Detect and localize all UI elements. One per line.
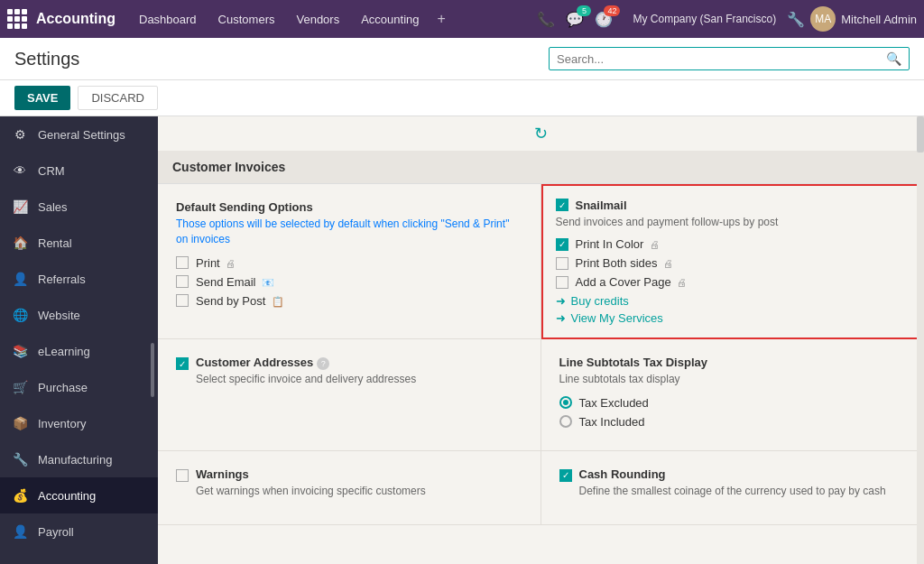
add-menu-icon[interactable]: + bbox=[432, 11, 451, 27]
nav-vendors[interactable]: Vendors bbox=[287, 0, 348, 38]
sidebar-label-purchase: Purchase bbox=[38, 381, 88, 394]
user-menu[interactable]: MA Mitchell Admin bbox=[810, 6, 917, 32]
checkbox-print[interactable] bbox=[176, 256, 189, 269]
checkbox-email-label[interactable]: Send Email 📧 bbox=[196, 275, 274, 289]
avatar: MA bbox=[810, 6, 836, 32]
accounting-icon: 💰 bbox=[11, 486, 29, 504]
section-header: Customer Invoices bbox=[158, 151, 924, 184]
checkbox-snailmail-main[interactable]: ✓ bbox=[556, 199, 568, 211]
cart-icon: 🛒 bbox=[11, 378, 29, 396]
gear-icon: ⚙ bbox=[11, 125, 29, 143]
sidebar-item-sales[interactable]: 📈 Sales bbox=[0, 189, 158, 225]
sidebar: ⚙ General Settings 👁 CRM 📈 Sales 🏠 Renta… bbox=[0, 116, 158, 564]
search-input[interactable] bbox=[557, 52, 886, 66]
radio-excluded-label[interactable]: Tax Excluded bbox=[579, 396, 649, 410]
payroll-icon: 👤 bbox=[11, 522, 29, 541]
rounding-row: ✓ Cash Rounding Define the smallest coin… bbox=[559, 467, 907, 508]
sidebar-item-inventory[interactable]: 📦 Inventory bbox=[0, 405, 158, 441]
checkbox-email[interactable] bbox=[176, 275, 189, 288]
messages-icon[interactable]: 💬 5 bbox=[564, 9, 586, 30]
checkbox-both-sides-label[interactable]: Print Both sides 🖨 bbox=[576, 256, 674, 270]
sidebar-item-elearning[interactable]: 📚 eLearning bbox=[0, 333, 158, 369]
save-button[interactable]: SAVE bbox=[14, 86, 70, 110]
box-icon: 📦 bbox=[11, 414, 29, 432]
rounding-subtitle: Define the smallest coinage of the curre… bbox=[579, 484, 886, 499]
checkbox-row-both-sides: Print Both sides 🖨 bbox=[556, 256, 912, 270]
arrow-right-icon2: ➜ bbox=[556, 311, 566, 325]
checkbox-row-post: Send by Post 📋 bbox=[176, 294, 522, 308]
addresses-content: Customer Addresses ? Select specific inv… bbox=[196, 356, 416, 396]
sidebar-item-purchase[interactable]: 🛒 Purchase bbox=[0, 369, 158, 405]
page-title: Settings bbox=[14, 49, 79, 69]
company-selector[interactable]: My Company (San Francisco) bbox=[633, 13, 776, 25]
checkbox-post[interactable] bbox=[176, 294, 189, 307]
sidebar-item-accounting[interactable]: 💰 Accounting bbox=[0, 477, 158, 513]
cell-cash-rounding: ✓ Cash Rounding Define the smallest coin… bbox=[541, 451, 925, 525]
messages-badge: 5 bbox=[577, 5, 591, 16]
nav-dashboard[interactable]: Dashboard bbox=[130, 0, 206, 38]
checkbox-addresses[interactable]: ✓ bbox=[176, 357, 189, 370]
checkbox-cover-page[interactable] bbox=[556, 276, 568, 289]
cell-title-default-sending: Default Sending Options bbox=[176, 200, 522, 214]
settings-grid: Default Sending Options Those options wi… bbox=[158, 184, 924, 525]
settings-icon[interactable]: 🔧 bbox=[785, 9, 807, 30]
discard-button[interactable]: DISCARD bbox=[78, 86, 158, 110]
app-grid-icon[interactable] bbox=[7, 9, 27, 29]
radio-included[interactable] bbox=[559, 415, 572, 428]
globe-icon: 🌐 bbox=[11, 306, 29, 324]
checkbox-post-label[interactable]: Send by Post 📋 bbox=[196, 294, 284, 308]
sidebar-label-crm: CRM bbox=[38, 164, 65, 178]
action-bar: SAVE DISCARD bbox=[0, 80, 924, 116]
checkbox-rounding[interactable]: ✓ bbox=[559, 469, 572, 482]
checkbox-both-sides[interactable] bbox=[556, 257, 568, 270]
nav-icons-area: 📞 💬 5 🕐 42 bbox=[535, 9, 614, 30]
referral-icon: 👤 bbox=[11, 270, 29, 288]
page-header: Settings 🔍 bbox=[0, 38, 924, 80]
sidebar-item-manufacturing[interactable]: 🔧 Manufacturing bbox=[0, 441, 158, 477]
checkbox-cover-label[interactable]: Add a Cover Page 🖨 bbox=[576, 275, 688, 289]
phone-icon[interactable]: 📞 bbox=[535, 9, 557, 30]
sidebar-label-inventory: Inventory bbox=[38, 417, 86, 430]
scroll-thumb[interactable] bbox=[917, 116, 924, 153]
content-area: ↻ Customer Invoices Default Sending Opti… bbox=[158, 116, 924, 564]
checkbox-color-label[interactable]: Print In Color 🖨 bbox=[576, 237, 661, 251]
sidebar-scroll-indicator bbox=[151, 343, 154, 397]
view-services-link[interactable]: ➜ View My Services bbox=[556, 311, 912, 325]
sidebar-item-rental[interactable]: 🏠 Rental bbox=[0, 225, 158, 261]
checkbox-print-color[interactable]: ✓ bbox=[556, 238, 568, 251]
refresh-area: ↻ bbox=[158, 116, 924, 151]
buy-credits-link[interactable]: ➜ Buy credits bbox=[556, 294, 912, 308]
help-icon[interactable]: ? bbox=[317, 357, 329, 370]
radio-included-label[interactable]: Tax Included bbox=[579, 415, 645, 429]
nav-customers[interactable]: Customers bbox=[209, 0, 284, 38]
addresses-title-row: Customer Addresses ? bbox=[196, 356, 416, 372]
search-bar[interactable]: 🔍 bbox=[549, 47, 910, 70]
nav-accounting[interactable]: Accounting bbox=[352, 0, 428, 38]
scroll-bar[interactable] bbox=[917, 116, 924, 564]
cell-desc-default-sending: Those options will be selected by defaul… bbox=[176, 217, 522, 247]
snailmail-subtitle: Send invoices and payment follow-ups by … bbox=[556, 216, 912, 228]
refresh-icon: ↻ bbox=[534, 124, 548, 143]
sidebar-label-accounting: Accounting bbox=[38, 489, 96, 503]
cell-snailmail: ✓ Snailmail Send invoices and payment fo… bbox=[541, 184, 925, 339]
checkbox-warnings[interactable] bbox=[176, 469, 189, 482]
addresses-desc: Select specific invoice and delivery add… bbox=[196, 372, 416, 387]
snailmail-header: ✓ Snailmail bbox=[556, 199, 912, 212]
sidebar-item-crm[interactable]: 👁 CRM bbox=[0, 153, 158, 189]
sidebar-label-rental: Rental bbox=[38, 236, 72, 250]
subtotals-title: Line Subtotals Tax Display bbox=[559, 356, 907, 369]
sidebar-item-payroll[interactable]: 👤 Payroll bbox=[0, 513, 158, 550]
checkbox-print-label[interactable]: Print 🖨 bbox=[196, 256, 236, 270]
activities-badge: 42 bbox=[604, 5, 620, 16]
section-label: Customer Invoices bbox=[172, 160, 285, 174]
checkbox-row-color: ✓ Print In Color 🖨 bbox=[556, 237, 912, 251]
radio-excluded[interactable] bbox=[559, 396, 572, 409]
search-icon: 🔍 bbox=[886, 51, 901, 66]
user-name: Mitchell Admin bbox=[841, 13, 917, 26]
sidebar-item-website[interactable]: 🌐 Website bbox=[0, 297, 158, 333]
sidebar-item-general-settings[interactable]: ⚙ General Settings bbox=[0, 116, 158, 153]
sidebar-item-referrals[interactable]: 👤 Referrals bbox=[0, 261, 158, 297]
rental-icon: 🏠 bbox=[11, 234, 29, 252]
activities-icon[interactable]: 🕐 42 bbox=[593, 9, 614, 30]
top-navigation: Accounting Dashboard Customers Vendors A… bbox=[0, 0, 924, 38]
